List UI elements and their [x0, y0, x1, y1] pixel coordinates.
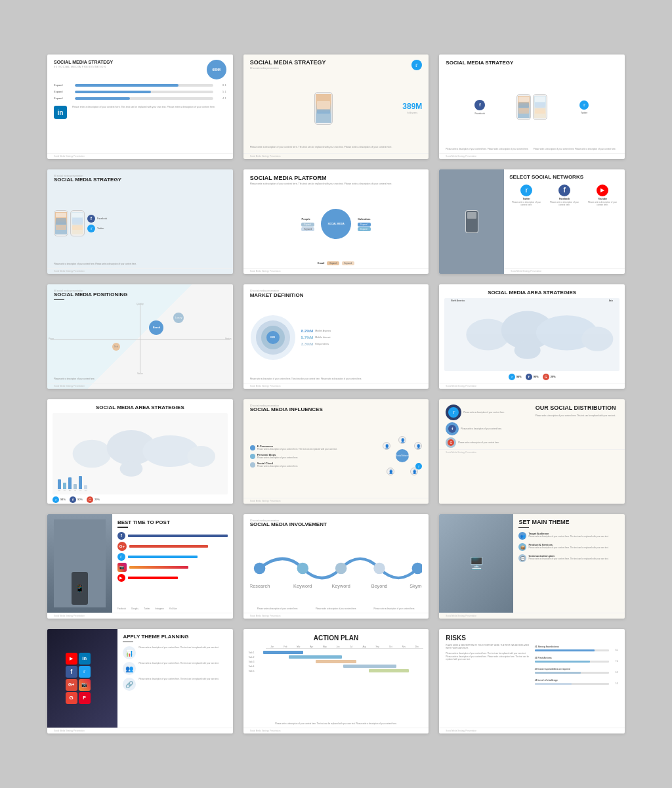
network-node-bl: 👤 [387, 468, 394, 475]
risk-label-1: #1 Strong foundations [535, 646, 618, 648]
month-sep: Sep [371, 646, 384, 649]
inv-desc-1: Please write a description of your conte… [250, 607, 306, 610]
slide-15-title: SET MAIN THEME [518, 519, 620, 526]
slide-9-map: North America Asia [444, 298, 620, 371]
twitter-icon-3: 𝕣 [87, 225, 95, 232]
slide-10-map: NA SA EU AF [52, 413, 228, 494]
phone-in-hand [465, 210, 478, 233]
influence-dot-2 [250, 454, 255, 459]
region-na: North America [451, 299, 465, 302]
slide-6-net-3: Youtube [598, 198, 607, 200]
ch-instagram: 📷 [117, 563, 127, 572]
bar-val-1: 8.1 [216, 83, 226, 87]
slide-17-title: ACTION PLAN [250, 634, 423, 642]
slide-10: SOCIAL MEDIA AREA STRATEGIES [47, 399, 233, 504]
app-google: G+ [66, 679, 77, 691]
market-val-2: 5.7%M [301, 336, 314, 339]
slide-16-photo: ▶ in f 𝕣 G+ 📷 G P [47, 629, 117, 728]
plan-desc-3: Please write a description of your conte… [138, 678, 227, 680]
facebook-icon-3: f [87, 215, 95, 223]
ch-youtube: ▶ [117, 574, 125, 582]
slide-5-cat-1: People [301, 217, 314, 221]
stat-google: G [543, 374, 549, 380]
slide-6-net-1: Twitter [523, 198, 530, 200]
svg-point-5 [73, 440, 112, 468]
slide-5-cal-1: Expand [358, 223, 370, 227]
bar-label-3: Expand [54, 97, 72, 100]
slide-8: 90 social media presentation MARKET DEFI… [243, 284, 429, 389]
slide-5-email-1: Expand [327, 261, 339, 265]
month-jan: Jan [266, 646, 279, 649]
market-val-3: 3.3%M [301, 342, 314, 346]
slide-14-footer: Social Media Strategy Presentation [243, 613, 429, 619]
axis-quality: Quality [136, 303, 144, 305]
influence-dot-3 [250, 462, 255, 468]
network-node-top: 👤 [398, 436, 406, 444]
bar-val-3: 4.1 [216, 97, 226, 100]
slide-4-network-2: Twitter [97, 227, 104, 230]
slide-13-photo: 📱 [47, 514, 112, 613]
market-val-1: 8.2%M [301, 329, 314, 333]
app-pinterest: P [79, 692, 91, 704]
stat-gg-val: 29% [94, 498, 100, 501]
app-instagram: 📷 [79, 679, 91, 691]
slide-5-body: Please write a description of your conte… [250, 183, 423, 185]
app-twitter: 𝕣 [79, 666, 91, 678]
stat-facebook: f [526, 374, 532, 380]
slide-15-photo: 🖥️ [439, 514, 513, 613]
twitter-icon: 𝕣 [411, 60, 422, 70]
task-3: Task 3 [249, 661, 262, 663]
risk-val-3: 6.2 [610, 671, 618, 674]
ch-label-3: Twitter [144, 607, 150, 610]
slide-10-title: SOCIAL MEDIA AREA STRATEGIES [54, 405, 226, 410]
month-feb: Feb [279, 646, 292, 649]
phone-mockup-5 [70, 210, 85, 236]
slide-4-body: Please write a description of your conte… [54, 263, 226, 265]
svg-point-4 [514, 341, 541, 359]
slide-7-footer: Social Media Strategy Presentation [47, 383, 233, 389]
month-jun: Jun [331, 646, 345, 649]
twitter-icon-4: 𝕣 [520, 185, 532, 196]
slide-5-center: SOCIAL MEDIA [321, 209, 351, 239]
slide-6-footer: Social Media Strategy Presentation [504, 268, 625, 274]
network-diagram: Social Network 👤 👤 👤 👤 👤 𝕣 [383, 436, 422, 475]
plan-desc-2: Please write a description of your conte… [138, 662, 227, 665]
slide-15: 🖥️ SET MAIN THEME 👥 Target Audience Plea… [439, 514, 625, 619]
gantt-row-2: Task 2 [249, 655, 424, 659]
slide-6-desc-3: Please write a description of your conte… [585, 202, 620, 207]
bubble-luxury: Luxury [173, 313, 184, 323]
bar-label-1: Expand [54, 83, 72, 87]
dist-desc-2: Please write a description of your conte… [461, 427, 502, 430]
slide-3: SOCIAL MEDIA STRATEGY f Facebook [439, 55, 625, 159]
slide-8-title: MARKET DEFINITION [250, 292, 423, 298]
facebook-icon-1: f [474, 100, 485, 110]
svg-text:Skymet: Skymet [410, 583, 422, 589]
svg-point-11 [297, 563, 308, 575]
app-youtube: ▶ [66, 653, 77, 665]
slide-2-subtitle: 90 social media presentation [250, 67, 408, 70]
slide-11: 90 social media presentation SOCIAL MEDI… [243, 399, 429, 504]
slide-1-footer: Social Media Strategy Presentation [47, 153, 233, 159]
slide-1-body: Please enter a description of your conte… [72, 106, 215, 152]
bar-val-2: 5.1 [216, 90, 226, 93]
slide-8-footer: Social Media Strategy Presentation [243, 383, 429, 389]
area-bars: NA SA EU AF [58, 476, 87, 492]
slide-1-title: SOCIAL MEDIA STRATEGY [54, 60, 203, 65]
ch-label-4: Instagram [155, 607, 163, 610]
ch-label-1: Facebook [117, 607, 126, 610]
slide-17-footer: Social Media Strategy Presentation [243, 728, 429, 733]
slide-2-footer: Social Media Strategy Presentation [243, 153, 429, 159]
plan-icon-3: 🔗 [123, 678, 136, 691]
slide-3-body-1: Please write a description of your conte… [446, 148, 530, 150]
theme-icon-2: 📦 [518, 543, 526, 551]
slide-12: 𝕣 Please write a description of your con… [439, 399, 625, 504]
slide-5-cat-2: Calendars [358, 217, 370, 221]
slide-2-badge: 389M [402, 102, 422, 111]
slide-6-net-2: Facebook [559, 198, 570, 200]
task-4: Task 4 [249, 665, 262, 668]
slide-3-body-2: Please write a description of your conte… [534, 148, 618, 150]
month-dec: Dec [410, 646, 423, 649]
svg-point-8 [187, 446, 215, 467]
slide-4: 90 social media presentation SOCIAL MEDI… [47, 169, 233, 274]
plan-icon-2: 👥 [123, 662, 136, 675]
